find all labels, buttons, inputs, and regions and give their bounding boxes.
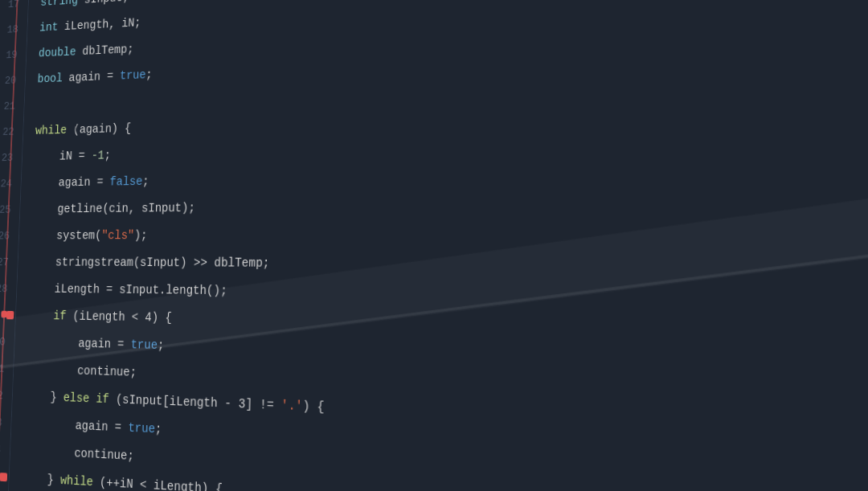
line-number-25: 25 (0, 196, 20, 223)
code-line-26: system("cls"); (18, 217, 868, 250)
line-number-19: 19 (0, 41, 27, 68)
line-number-27: 27 (0, 249, 18, 276)
line-number-35: 35 (0, 461, 10, 491)
line-number-20: 20 (0, 67, 26, 94)
code-view: 1718192021222324252627282930313233343536… (0, 0, 868, 491)
line-number-28: 28 (0, 275, 17, 302)
line-number-32: 32 (0, 381, 13, 410)
code-lines: string sInput;int iLength, iN;double dbl… (4, 0, 868, 491)
line-number-22: 22 (0, 118, 23, 145)
line-number-29: 29 (0, 301, 16, 329)
line-number-31: 31 (0, 354, 14, 383)
code-area: string sInput;int iLength, iN;double dbl… (6, 0, 868, 491)
line-number-34: 34 (0, 434, 10, 464)
line-number-33: 33 (0, 407, 11, 436)
line-number-23: 23 (0, 144, 23, 170)
line-number-30: 30 (0, 328, 14, 356)
line-number-21: 21 (0, 92, 24, 120)
line-number-26: 26 (0, 223, 19, 249)
line-number-24: 24 (0, 170, 21, 197)
line-number-18: 18 (0, 16, 27, 44)
editor-container: 1718192021222324252627282930313233343536… (0, 0, 868, 491)
